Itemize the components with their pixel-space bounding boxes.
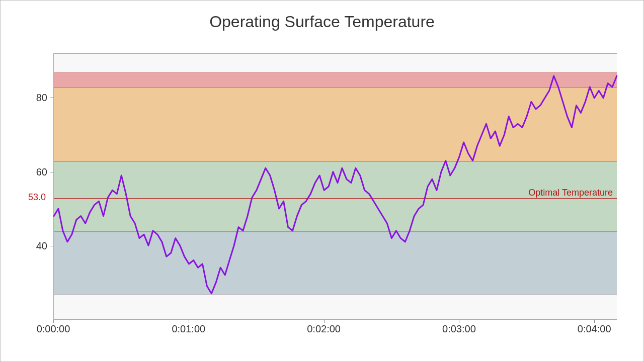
reference-line-value-label: 53.0 [28, 192, 46, 203]
y-tick-label: 80 [17, 92, 47, 104]
line-series [54, 54, 617, 319]
x-tick-label: 0:03:00 [442, 323, 476, 335]
x-tick-label: 0:02:00 [307, 323, 341, 335]
chart-title: Operating Surface Temperature [1, 13, 643, 31]
x-tick-label: 0:04:00 [578, 323, 611, 335]
x-tick-label: 0:01:00 [172, 323, 205, 335]
x-tick-label: 0:00:00 [37, 323, 70, 335]
y-tick-label: 60 [17, 166, 47, 177]
plot-area[interactable]: Optimal Temperature [53, 53, 617, 320]
chart-card: Operating Surface Temperature 406080 0:0… [0, 0, 644, 362]
y-tick-label: 40 [17, 240, 47, 251]
temperature-line [54, 76, 617, 294]
